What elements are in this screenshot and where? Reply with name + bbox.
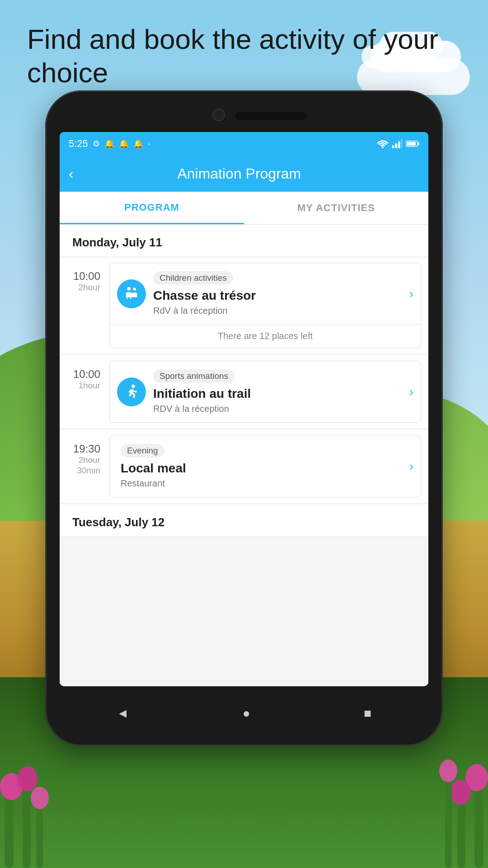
time-col-1: 10:00 2hour [60, 257, 105, 348]
phone-inner: 5:25 ⚙ 🔔 🔔 🔔 · [51, 96, 437, 741]
nav-recents-button[interactable]: ■ [364, 706, 371, 721]
date-header-tuesday: Tuesday, July 12 [60, 505, 428, 537]
dot-icon: · [148, 138, 150, 150]
category-2: Sports animations [153, 369, 235, 383]
svg-rect-1 [395, 143, 397, 148]
bg-flowers-left [0, 741, 54, 868]
category-1: Children activities [153, 271, 233, 285]
bottom-spacer [60, 537, 428, 546]
signal-icon [392, 139, 402, 148]
children-icon [123, 285, 140, 302]
activity-row-3: 19:30 2hour 30min Evening Local meal Res… [60, 430, 428, 503]
activity-icon-children [117, 279, 146, 308]
bell-icon-1: 🔔 [104, 139, 114, 149]
back-button[interactable]: ‹ [69, 165, 74, 182]
svg-point-8 [133, 288, 136, 291]
settings-icon: ⚙ [93, 139, 100, 149]
chevron-icon-1: › [409, 287, 413, 301]
category-3: Evening [121, 444, 164, 458]
chevron-icon-2: › [409, 385, 413, 399]
status-signal-area [377, 139, 419, 148]
svg-rect-2 [398, 142, 400, 148]
svg-rect-3 [401, 139, 402, 148]
svg-rect-6 [407, 142, 416, 146]
activity-card-1[interactable]: Children activities Chasse au trésor RdV… [109, 263, 421, 348]
phone-screen: 5:25 ⚙ 🔔 🔔 🔔 · [60, 132, 428, 686]
time-1: 10:00 [73, 270, 100, 283]
activity-main-1: Children activities Chasse au trésor RdV… [110, 263, 421, 324]
activity-name-3: Local meal [121, 461, 409, 476]
activity-location-3: Restaurant [121, 478, 409, 489]
activity-row-2: 10:00 1hour [60, 355, 428, 428]
activity-footer-1: There are 12 places left [110, 324, 421, 348]
date-header-monday: Monday, July 11 [60, 225, 428, 257]
tab-program[interactable]: PROGRAM [60, 192, 244, 224]
status-time: 5:25 [69, 138, 88, 150]
svg-rect-5 [418, 142, 419, 145]
duration-3: 2hour 30min [77, 455, 100, 476]
activity-card-3[interactable]: Evening Local meal Restaurant › [109, 435, 421, 497]
tab-my-activities[interactable]: MY ACTIVITIES [244, 192, 428, 224]
nav-home-button[interactable]: ● [243, 706, 250, 721]
battery-icon [406, 140, 419, 148]
app-bar: ‹ Animation Program [60, 156, 428, 192]
time-2: 10:00 [73, 368, 100, 381]
scroll-content[interactable]: Monday, July 11 10:00 2hour [60, 225, 428, 686]
nav-back-button[interactable]: ◄ [117, 706, 129, 721]
bg-flowers-right [434, 732, 488, 868]
activity-icon-sports [117, 377, 146, 406]
activity-name-2: Initiation au trail [153, 387, 409, 401]
time-col-3: 19:30 2hour 30min [60, 430, 105, 497]
hero-headline: Find and book the activity of your choic… [27, 23, 461, 90]
phone-frame: 5:25 ⚙ 🔔 🔔 🔔 · [45, 90, 443, 746]
activity-card-2[interactable]: Sports animations Initiation au trail RD… [109, 361, 421, 423]
running-icon [123, 383, 140, 401]
activity-info-2: Sports animations Initiation au trail RD… [153, 369, 409, 414]
activity-main-3: Evening Local meal Restaurant › [110, 436, 421, 497]
wifi-icon [377, 139, 389, 148]
phone-navbar: ◄ ● ■ [60, 695, 428, 731]
bell-icon-2: 🔔 [119, 139, 129, 149]
activity-info-1: Children activities Chasse au trésor RdV… [153, 271, 409, 316]
status-time-area: 5:25 ⚙ 🔔 🔔 🔔 · [69, 138, 150, 150]
tabs-container: PROGRAM MY ACTIVITIES [60, 192, 428, 225]
activity-location-2: RDV à la réception [153, 404, 409, 414]
svg-point-7 [127, 287, 131, 290]
bell-icon-3: 🔔 [133, 139, 143, 149]
activity-location-1: RdV à la réception [153, 306, 409, 316]
svg-rect-0 [392, 145, 394, 148]
phone-camera [212, 108, 225, 121]
activity-info-3: Evening Local meal Restaurant [117, 444, 409, 489]
phone-speaker [235, 112, 307, 120]
duration-1: 2hour [78, 283, 100, 293]
activity-main-2: Sports animations Initiation au trail RD… [110, 361, 421, 422]
chevron-icon-3: › [409, 459, 413, 474]
app-bar-title: Animation Program [83, 165, 396, 182]
duration-2: 1hour [78, 381, 100, 391]
svg-point-11 [131, 384, 135, 388]
status-bar: 5:25 ⚙ 🔔 🔔 🔔 · [60, 132, 428, 156]
time-3: 19:30 [73, 443, 100, 455]
time-col-2: 10:00 1hour [60, 355, 105, 423]
activity-row-1: 10:00 2hour [60, 257, 428, 354]
activity-name-1: Chasse au trésor [153, 288, 409, 303]
